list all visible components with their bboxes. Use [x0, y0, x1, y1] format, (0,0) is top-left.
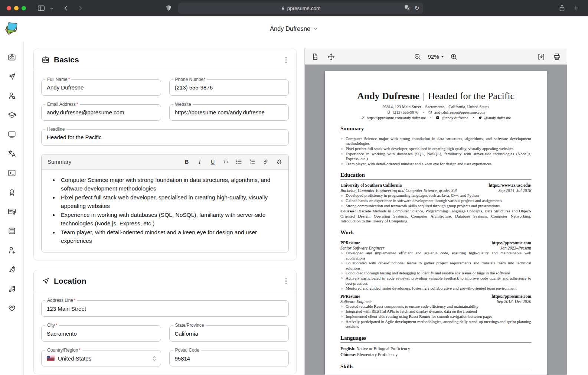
- id-card-icon: [41, 55, 50, 64]
- zoom-level-value: 92%: [428, 53, 439, 60]
- nav-work-monitor-icon[interactable]: [7, 130, 17, 139]
- address-line-input[interactable]: [42, 301, 288, 316]
- nav-publications-document-icon[interactable]: [7, 226, 17, 236]
- website-label: Website: [175, 102, 191, 107]
- resume-bullet: Created reusable React components to ens…: [340, 304, 531, 309]
- required-mark: *: [56, 323, 58, 328]
- location-card-header: Location: [34, 270, 296, 293]
- address-bar[interactable]: ppresume.com Aa ↻: [178, 3, 423, 14]
- document-title-menu[interactable]: Andy Dufresne: [270, 16, 318, 41]
- nav-education-graduation-cap-icon[interactable]: [7, 110, 17, 120]
- resume-education-section: Education University of Southern Califor…: [340, 172, 531, 224]
- postal-code-field: Postal Code: [169, 350, 289, 366]
- nav-basics-id-card-icon[interactable]: [7, 52, 17, 62]
- nav-projects-rocket-icon[interactable]: [7, 265, 17, 274]
- section-nav-rail: [0, 41, 24, 375]
- full-name-input[interactable]: [42, 80, 161, 95]
- forward-button-icon[interactable]: [76, 4, 84, 12]
- close-window-button[interactable]: [7, 6, 11, 10]
- nav-awards-medal-icon[interactable]: [7, 188, 17, 197]
- zoom-out-icon[interactable]: [414, 53, 422, 61]
- back-button-icon[interactable]: [62, 4, 70, 12]
- resume-name: Andy Dufresne: [357, 91, 419, 101]
- window-controls: [7, 6, 26, 10]
- state-label: State/Province: [175, 323, 204, 328]
- location-more-menu-icon[interactable]: [283, 276, 289, 287]
- website-input[interactable]: [170, 105, 289, 120]
- nav-languages-translate-icon[interactable]: [7, 149, 17, 159]
- clear-formatting-icon[interactable]: Tx: [222, 158, 229, 166]
- minimize-window-button[interactable]: [14, 6, 19, 10]
- address-line-field: Address Line*: [41, 300, 289, 317]
- nav-interests-music-note-icon[interactable]: [7, 284, 17, 294]
- work-entry: PPResume https://ppresume.com Software E…: [340, 294, 531, 329]
- lock-icon: [281, 6, 285, 10]
- work-dates: Sep 2018–Dec 2020: [497, 299, 531, 304]
- nav-profiles-person-search-icon[interactable]: [7, 91, 17, 101]
- resume-bullet: Actively participated in code reviews, p…: [340, 276, 531, 286]
- summary-editor-content[interactable]: Computer Science major with strong found…: [42, 170, 288, 252]
- summary-editor-header: Summary B I U Tx 12: [42, 154, 288, 170]
- email-input[interactable]: [42, 105, 161, 120]
- pdf-file-icon[interactable]: PDF: [311, 53, 319, 61]
- resume-bullet: Pixel perfect full stack web developer, …: [340, 146, 531, 151]
- svg-text:2: 2: [249, 162, 251, 164]
- country-select[interactable]: United States: [42, 350, 161, 366]
- nav-certificates-certificate-icon[interactable]: [7, 207, 17, 216]
- resume-name-separator: |: [423, 91, 425, 101]
- print-icon[interactable]: [553, 53, 561, 61]
- new-tab-icon[interactable]: [572, 4, 580, 12]
- zoom-level-dropdown[interactable]: 92%: [428, 53, 444, 60]
- phone-input[interactable]: [170, 80, 289, 95]
- privacy-shield-icon[interactable]: [165, 4, 173, 12]
- basics-more-menu-icon[interactable]: [283, 55, 289, 65]
- state-field: State/Province: [169, 325, 289, 342]
- ordered-list-icon[interactable]: 12: [249, 158, 256, 166]
- phone-label: Phone Number: [175, 77, 205, 82]
- language-item: EnglishNative or Bilingual Proficiency: [340, 346, 531, 352]
- language-item: ChineseElementary Proficiency: [340, 352, 531, 358]
- sidebar-toggle-icon[interactable]: [37, 4, 45, 12]
- resume-phone: (213) 555-9876: [393, 110, 418, 114]
- bullet-list-icon[interactable]: [235, 158, 242, 166]
- country-select-field: Country/Region* United States: [41, 350, 161, 366]
- italic-icon[interactable]: I: [196, 158, 203, 166]
- resume-bullet: Mentored and guided junior developers, f…: [340, 286, 531, 291]
- tab-group-chevron-icon[interactable]: [49, 6, 54, 11]
- link-icon[interactable]: [262, 158, 269, 166]
- zoom-in-icon[interactable]: [450, 53, 458, 61]
- translate-icon[interactable]: Aa: [404, 4, 411, 12]
- resume-bullet: Experience in working with databases (SQ…: [340, 151, 531, 162]
- resume-bullet: Developed and implemented efficient and …: [340, 251, 531, 261]
- url-text: ppresume.com: [287, 6, 320, 11]
- state-input[interactable]: [170, 326, 289, 341]
- nav-volunteer-heart-hands-icon[interactable]: [7, 303, 17, 313]
- pdf-viewer: PDF 92% Andy Dufresne|Headed fo: [304, 49, 567, 375]
- reload-icon[interactable]: ↻: [415, 5, 419, 11]
- resume-summary-section: Summary Computer Science major with stro…: [340, 125, 531, 167]
- nav-references-person-add-icon[interactable]: [7, 245, 17, 255]
- city-input[interactable]: [42, 326, 161, 341]
- ppresume-logo-icon[interactable]: [4, 21, 19, 38]
- pdf-preview-panel: PDF 92% Andy Dufresne|Headed fo: [304, 41, 567, 375]
- postal-code-input[interactable]: [170, 350, 289, 366]
- headline-input[interactable]: [42, 130, 288, 145]
- nav-location-paper-plane-icon[interactable]: [7, 72, 17, 81]
- underline-icon[interactable]: U: [209, 158, 216, 166]
- fullscreen-window-button[interactable]: [22, 6, 26, 10]
- pdf-canvas[interactable]: Andy Dufresne|Headed for the Pacific 958…: [305, 65, 567, 375]
- resume-headline: Headed for the Pacific: [428, 91, 514, 101]
- share-icon[interactable]: [558, 4, 566, 13]
- download-icon[interactable]: [537, 53, 545, 61]
- nav-skills-terminal-icon[interactable]: [7, 168, 17, 178]
- link-icon: [361, 116, 365, 120]
- basics-card: Basics Full Name* Phone Number Email Add…: [33, 49, 297, 260]
- unlink-icon[interactable]: [275, 158, 282, 166]
- required-mark: *: [74, 298, 76, 303]
- bold-icon[interactable]: B: [183, 158, 190, 166]
- resume-email: andy.dufresne@ppresume.com: [434, 110, 485, 114]
- education-institution: University of Southern California: [340, 183, 402, 188]
- summary-bullet: Experience in working with databases (SQ…: [59, 211, 280, 228]
- resume-page: Andy Dufresne|Headed for the Pacific 958…: [325, 71, 547, 375]
- pan-move-icon[interactable]: [327, 53, 335, 61]
